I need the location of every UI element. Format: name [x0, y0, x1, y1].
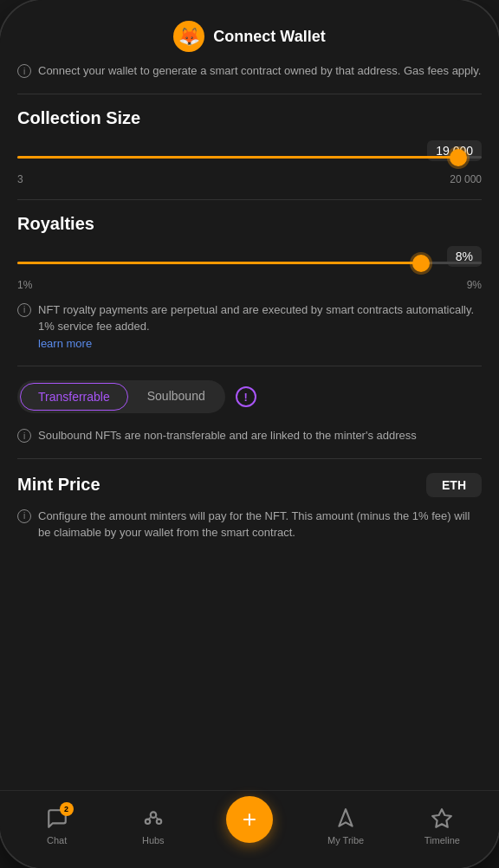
collection-size-section: Collection Size 19 000 3 20 000 — [17, 108, 482, 185]
info-icon-royalties: i — [17, 303, 31, 317]
royalties-max: 9% — [467, 279, 482, 291]
mint-price-info-row: i Configure the amount minters will pay … — [17, 508, 482, 541]
wallet-info-row: i Connect your wallet to generate a smar… — [17, 62, 482, 80]
royalties-info-row: i NFT royalty payments are perpetual and… — [17, 301, 482, 353]
collection-size-slider-container: 19 000 — [17, 149, 482, 166]
mint-price-title: Mint Price — [17, 475, 100, 495]
divider-4 — [17, 458, 482, 459]
bottom-nav: 2 Chat Hubs + — [0, 790, 499, 868]
toggle-transferrable[interactable]: Transferrable — [20, 383, 128, 411]
royalties-title: Royalties — [17, 214, 482, 234]
collection-size-range: 3 20 000 — [17, 173, 482, 185]
mint-price-section: Mint Price ETH i Configure the amount mi… — [17, 473, 482, 573]
toggle-soulbound[interactable]: Soulbound — [130, 383, 223, 411]
eth-badge[interactable]: ETH — [426, 473, 482, 497]
nav-icon-timeline-wrap — [429, 806, 455, 832]
royalties-track[interactable] — [17, 255, 482, 272]
content-area: i Connect your wallet to generate a smar… — [0, 62, 499, 790]
toggle-row: Transferrable Soulbound ! — [17, 380, 482, 413]
royalties-info-text: NFT royalty payments are perpetual and a… — [38, 301, 482, 353]
divider-3 — [17, 366, 482, 366]
chat-badge: 2 — [60, 802, 74, 816]
transferability-section: Transferrable Soulbound ! i Soulbound NF… — [17, 380, 482, 444]
transferability-info-row: i Soulbound NFTs are non-transferable an… — [17, 427, 482, 444]
mint-price-info-text: Configure the amount minters will pay fo… — [38, 508, 482, 541]
royalties-range: 1% 9% — [17, 279, 482, 291]
nav-item-my-tribe[interactable]: My Tribe — [320, 806, 372, 845]
info-icon-wallet: i — [17, 64, 31, 78]
collection-size-track[interactable] — [17, 149, 482, 166]
royalties-min: 1% — [17, 279, 32, 291]
nav-icon-chat-wrap: 2 — [44, 806, 70, 832]
chat-label: Chat — [47, 835, 67, 845]
transferability-info-btn[interactable]: ! — [236, 386, 256, 407]
slider-thumb-2[interactable] — [412, 255, 430, 272]
nav-icon-hubs-wrap — [140, 806, 166, 832]
learn-more-link[interactable]: learn more — [38, 337, 92, 350]
slider-thumb-1[interactable] — [450, 149, 467, 166]
collection-size-min: 3 — [17, 173, 23, 185]
screen: 🦊 Connect Wallet i Connect your wallet t… — [0, 0, 499, 868]
divider-2 — [17, 199, 482, 200]
royalties-slider-container: 8% — [17, 255, 482, 272]
wallet-info-text: Connect your wallet to generate a smart … — [38, 62, 481, 80]
nav-item-timeline[interactable]: Timeline — [416, 806, 468, 845]
nav-item-hubs[interactable]: Hubs — [127, 806, 179, 845]
timeline-icon — [431, 807, 453, 830]
nav-item-chat[interactable]: 2 Chat — [31, 806, 83, 845]
transferability-info-text: Soulbound NFTs are non-transferable and … — [38, 427, 417, 444]
wallet-icon: 🦊 — [173, 21, 204, 52]
hubs-icon — [142, 807, 165, 830]
nav-icon-tribe-wrap — [333, 806, 359, 832]
info-icon-transfer: i — [17, 429, 31, 443]
tribe-label: My Tribe — [327, 835, 364, 845]
collection-size-title: Collection Size — [17, 108, 482, 128]
slider-track-fill-1 — [17, 156, 458, 159]
nav-item-plus[interactable]: + — [224, 796, 275, 855]
timeline-label: Timeline — [424, 835, 460, 845]
tribe-icon — [334, 807, 357, 830]
phone-shell: 🦊 Connect Wallet i Connect your wallet t… — [0, 0, 499, 868]
info-icon-mint: i — [17, 509, 31, 523]
divider-1 — [17, 94, 482, 94]
header-title: Connect Wallet — [213, 28, 325, 46]
svg-marker-3 — [433, 809, 452, 827]
plus-button[interactable]: + — [226, 796, 273, 843]
top-header: 🦊 Connect Wallet — [0, 0, 499, 62]
collection-size-max: 20 000 — [450, 173, 482, 185]
royalties-section: Royalties 8% 1% 9% i NFT roy — [17, 214, 482, 353]
svg-point-0 — [151, 812, 157, 818]
slider-track-fill-2 — [17, 262, 421, 264]
hubs-label: Hubs — [142, 835, 165, 845]
toggle-pill[interactable]: Transferrable Soulbound — [17, 380, 225, 413]
mint-price-row: Mint Price ETH — [17, 473, 482, 497]
